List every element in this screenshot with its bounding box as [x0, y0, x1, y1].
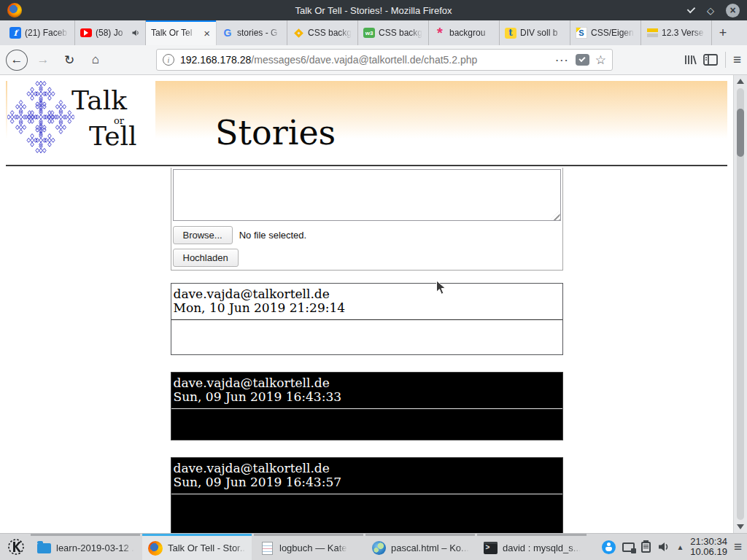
tab-audio-icon[interactable] — [131, 28, 140, 37]
selfhtml-icon: S — [576, 27, 587, 39]
digital-clock[interactable]: 21:30:34 10.06.19 — [690, 537, 727, 558]
kde-logo-icon — [7, 538, 25, 556]
task-konsole-mysqld[interactable]: > david : mysqld_s... — [477, 534, 587, 560]
tab-google-stories[interactable]: G stories - G — [217, 20, 287, 45]
message-date: Sun, 09 Jun 2019 16:43:57 — [174, 475, 562, 489]
message-body — [171, 409, 562, 440]
forward-button[interactable]: → — [32, 49, 54, 71]
message-textarea[interactable] — [173, 169, 561, 221]
window-titlebar[interactable]: Talk Or Tell - Stories! - Mozilla Firefo… — [0, 0, 747, 20]
book-icon: t — [505, 28, 516, 39]
maximize-icon[interactable]: ◇ — [707, 6, 714, 15]
message-sender: dave.vajda@talkortell.de — [174, 462, 562, 475]
tab-facebook[interactable]: f (21) Faceb — [4, 20, 75, 45]
display-settings-icon[interactable] — [622, 542, 635, 552]
firefox-icon — [148, 541, 163, 556]
message-sender: dave.vajda@talkortell.de — [174, 376, 562, 390]
task-konqueror-pascal[interactable]: pascal.html – Ko... — [365, 534, 475, 560]
task-firefox-talkortell[interactable]: Talk Or Tell - Stor... — [142, 534, 252, 560]
tab-talkortell-active[interactable]: Talk Or Tel × — [146, 20, 217, 45]
clipboard-icon[interactable] — [641, 542, 651, 553]
page-scrollbar[interactable] — [733, 75, 747, 533]
back-button[interactable]: ← — [6, 50, 28, 71]
close-tab-icon[interactable]: × — [203, 27, 211, 39]
upload-button[interactable]: Hochladen — [173, 249, 239, 267]
pocket-icon[interactable] — [576, 54, 589, 66]
firefox-window-icon — [7, 3, 22, 18]
tab-css-background-1[interactable]: CSS backg — [287, 20, 358, 45]
kate-document-icon — [262, 542, 273, 555]
youtube-icon — [80, 28, 92, 37]
google-icon: G — [222, 27, 233, 39]
page-actions-icon[interactable]: ··· — [556, 55, 570, 66]
library-icon[interactable] — [683, 53, 697, 66]
clock-time: 21:30:34 — [690, 537, 727, 548]
minimize-icon[interactable] — [687, 4, 695, 12]
header-rule — [6, 165, 727, 166]
url-bar[interactable]: i 192.168.178.28/messages6/dave.vajda@ta… — [156, 49, 613, 71]
message-card: dave.vajda@talkortell.de Mon, 10 Jun 201… — [171, 283, 563, 355]
toolbar-divider — [725, 52, 726, 68]
home-button[interactable]: ⌂ — [85, 49, 107, 71]
window-title: Talk Or Tell - Stories! - Mozilla Firefo… — [0, 5, 747, 16]
tab-background[interactable]: * backgrou — [429, 20, 500, 45]
layers-icon — [646, 27, 658, 39]
site-logo: Talk or Tell — [7, 81, 155, 153]
volume-icon[interactable] — [657, 541, 670, 553]
task-dolphin-learn[interactable]: learn-2019-03-12 ... — [31, 534, 140, 560]
browse-button[interactable]: Browse... — [173, 226, 233, 244]
panel-menu-icon[interactable]: ≡ — [734, 539, 742, 555]
scroll-up-icon[interactable] — [737, 79, 744, 84]
message-body — [171, 494, 562, 533]
kde-launcher-button[interactable] — [4, 534, 28, 560]
tab-strip: f (21) Faceb (58) Jo Talk Or Tel × G sto… — [0, 20, 747, 45]
scroll-down-icon[interactable] — [737, 524, 744, 529]
sidebar-icon[interactable] — [703, 54, 718, 66]
tab-selfhtml[interactable]: S CSS/Eigen — [570, 20, 641, 45]
terminal-icon: > — [484, 542, 498, 554]
folder-icon — [37, 543, 51, 553]
message-card: dave.vajda@talkortell.de Sun, 09 Jun 201… — [171, 457, 563, 533]
site-info-icon[interactable]: i — [163, 54, 174, 66]
w3schools-icon: w3 — [363, 28, 375, 38]
globe-icon — [372, 541, 386, 555]
fractal-diamond-logo-icon — [7, 81, 74, 153]
bookmark-star-icon[interactable]: ☆ — [595, 52, 606, 68]
navigation-toolbar: ← → ↻ ⌂ i 192.168.178.28/messages6/dave.… — [0, 45, 747, 75]
taskbar: learn-2019-03-12 ... Talk Or Tell - Stor… — [0, 533, 747, 560]
asterisk-flower-icon: * — [434, 27, 446, 39]
message-date: Mon, 10 Jun 2019 21:29:14 — [174, 301, 562, 315]
tab-css-background-2[interactable]: w3 CSS backg — [358, 20, 429, 45]
tray-expander-icon[interactable]: ▲ — [676, 543, 684, 551]
message-list: dave.vajda@talkortell.de Mon, 10 Jun 201… — [171, 283, 563, 533]
file-status-text: No file selected. — [239, 230, 307, 241]
accessibility-icon[interactable] — [602, 540, 616, 554]
scrollbar-thumb[interactable] — [737, 109, 744, 157]
tab-youtube[interactable]: (58) Jo — [75, 20, 146, 45]
logo-word-tell: Tell — [89, 121, 137, 151]
browser-viewport: Talk or Tell Stories Browse... No file s… — [0, 75, 747, 533]
message-sender: dave.vajda@talkortell.de — [174, 287, 562, 301]
diamond-icon — [293, 27, 304, 39]
site-header: Talk or Tell Stories — [6, 81, 727, 161]
tab-div-soll[interactable]: t DIV soll b — [500, 20, 570, 45]
url-text[interactable]: 192.168.178.28/messages6/dave.vajda@talk… — [180, 54, 550, 66]
page-title: Stories — [215, 113, 336, 152]
message-date: Sun, 09 Jun 2019 16:43:33 — [174, 390, 562, 404]
clock-date: 10.06.19 — [690, 547, 727, 558]
message-body — [171, 320, 562, 354]
reload-button[interactable]: ↻ — [58, 49, 80, 71]
message-card: dave.vajda@talkortell.de Sun, 09 Jun 201… — [171, 372, 563, 440]
tab-verse[interactable]: 12.3 Verse — [641, 20, 712, 45]
task-kate-logbuch[interactable]: logbuch — Kate — [254, 534, 363, 560]
upload-form: Browse... No file selected. Hochladen — [171, 168, 563, 271]
hamburger-menu-icon[interactable]: ≡ — [733, 52, 741, 68]
close-icon[interactable]: × — [726, 4, 740, 18]
mouse-cursor — [436, 280, 446, 295]
facebook-icon: f — [9, 27, 21, 39]
logo-word-talk: Talk — [71, 85, 127, 115]
new-tab-button[interactable]: + — [712, 20, 734, 45]
